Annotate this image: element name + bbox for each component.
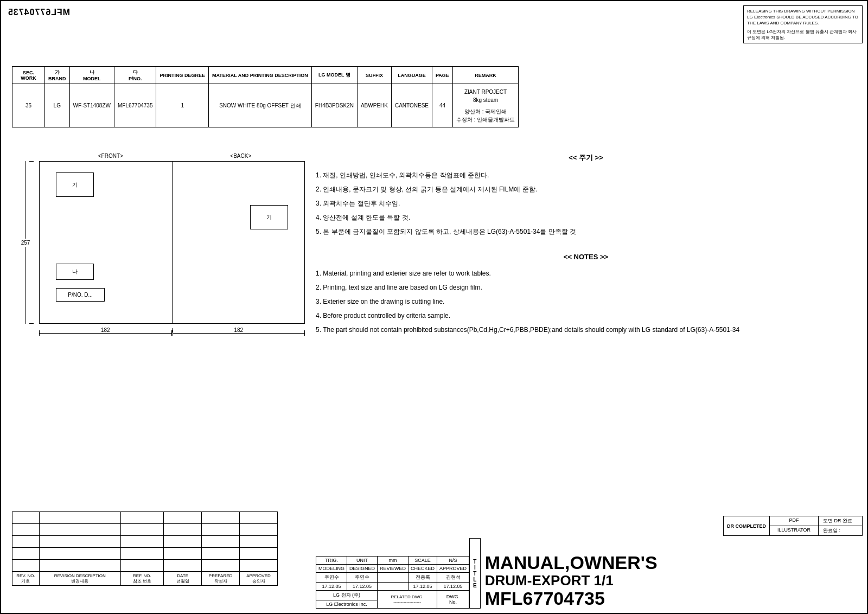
cell-sec-work: 35 (12, 84, 45, 127)
cell-lg-model: FH4B3PDSK2N (311, 84, 357, 127)
korean-note-2: 2. 인쇄내용, 문자크기 및 형상, 선의 굵기 등은 설계에서 제시된 FI… (316, 184, 856, 194)
illustrator-value: 완료일 : (819, 526, 862, 535)
cell-suffix: ABWPEHK (357, 84, 391, 127)
bottom-right-block: DR COMPLETED PDF 도면 DR 완료 ILLUSTRATOR 완료… (316, 516, 863, 609)
korean-notes-title: << 주기 >> (316, 153, 856, 163)
row2-designed: 17.12.05 (347, 583, 378, 591)
header-model: 나MODEL (69, 67, 114, 84)
header-suffix: SUFFIX (357, 67, 391, 84)
notice-box: RELEASING THIS DRAWING WITHOUT PERMISSIO… (743, 5, 863, 43)
top-left-mirrored-text: MFL67704735 (8, 8, 70, 17)
info-table-container: TRIG. UNIT mm SCALE N/S MODELING DESIGNE… (316, 556, 469, 609)
drawing-labels: <FRONT> <BACK> (44, 153, 305, 159)
header-pno: 다P/NO. (114, 67, 156, 84)
header-lg-model: LG MODEL 명 (311, 67, 357, 84)
revision-header-table: REV. NO.기호 REVISION DESCRIPTION변경내용 REF.… (12, 572, 278, 586)
illustrator-label: ILLUSTRATOR (770, 526, 819, 535)
large-title-area: MANUAL,OWNER'S DRUM-EXPORT 1/1 MFL677047… (481, 553, 863, 609)
box-ki-front: 기 (56, 172, 94, 197)
large-title-line1: MANUAL,OWNER'S (485, 553, 863, 573)
box-pno: P/NO. D... (56, 288, 105, 302)
approved-label: APPROVED (437, 565, 469, 573)
company-kr: LG 전자 (주) (316, 591, 378, 600)
korean-note-4: 4. 양산전에 설계 한도를 득할 것. (316, 213, 856, 222)
header-printing-degree: PRINTING DEGREE (156, 67, 209, 84)
cell-remark: ZIANT RPOJECT 8kg steam 양산처 : 국제인쇄 수정처 :… (452, 84, 518, 127)
header-brand: 가가 BRANDBRAND (45, 67, 70, 84)
related-dwg-label: RELATED DWG. ------------------- (378, 591, 437, 609)
drawing-box: 기 나 P/NO. D... 기 (39, 161, 305, 324)
scale-label: SCALE (409, 557, 437, 565)
drawing-front: 기 나 P/NO. D... (40, 162, 173, 323)
english-notes-list: 1. Material, printing and exterier size … (316, 268, 856, 335)
box-na: 나 (56, 264, 94, 280)
main-header-table: SEC.WORK 가가 BRANDBRAND 나MODEL 다P/NO. PRI… (12, 66, 519, 127)
english-note-2: 2. Printing, text size and line are base… (316, 283, 856, 292)
reviewed-label: REVIEWED (378, 565, 409, 573)
scale-value: N/S (437, 557, 469, 565)
cell-model: WF-ST1408ZW (69, 84, 114, 127)
english-note-5: 5. The part should not contain prohibite… (316, 325, 856, 335)
designed-label: DESIGNED (347, 565, 378, 573)
main-page: MFL67704735 RELEASING THIS DRAWING WITHO… (0, 0, 868, 614)
front-label: <FRONT> (98, 153, 123, 159)
dim-257-area: 257 (12, 161, 39, 324)
dr-completed-area: DR COMPLETED PDF 도면 DR 완료 ILLUSTRATOR 완료… (723, 516, 863, 536)
large-title-line2: DRUM-EXPORT 1/1 (485, 573, 863, 589)
back-label: <BACK> (230, 153, 251, 159)
english-notes-title: << NOTES >> (316, 253, 856, 261)
header-language: LANGUAGE (391, 67, 432, 84)
notice-kr: 이 도면은 LG전자의 자산으로 불법 유출시 관계법과 회사규정에 의해 처벌… (747, 29, 859, 41)
company-en: LG Electronics Inc. (316, 600, 378, 609)
modeling-label: MODELING (316, 565, 347, 573)
row1-designed: 주연수 (347, 573, 378, 583)
pdf-value: 도면 DR 완료 (819, 516, 862, 526)
box-ki-back: 기 (250, 205, 288, 229)
dwg-no-area: DWG. No. (437, 591, 469, 609)
header-remark: REMARK (452, 67, 518, 84)
drawing-back: 기 (173, 162, 305, 323)
cell-material-desc: SNOW WHITE 80g OFFSET 인쇄 (208, 84, 311, 127)
cell-language: CANTONESE (391, 84, 432, 127)
dim-257-label: 257 (21, 239, 30, 247)
row2-approved: 17.12.05 (437, 583, 469, 591)
drawing-area: <FRONT> <BACK> 257 기 나 (12, 153, 305, 334)
notes-section: << 주기 >> 1. 재질, 인쇄방법, 인쇄도수, 외곽치수등은 작업표에 … (316, 153, 856, 339)
dim-182-left: 182 (101, 327, 110, 333)
cell-printing-degree: 1 (156, 84, 209, 127)
info-and-title-block: TRIG. UNIT mm SCALE N/S MODELING DESIGNE… (316, 538, 863, 609)
dr-completed-values: PDF 도면 DR 완료 ILLUSTRATOR 완료일 : (769, 516, 863, 536)
large-title-line3: MFL67704735 (485, 589, 863, 609)
trig-label: TRIG. (316, 557, 347, 565)
cell-page: 44 (432, 84, 453, 127)
unit-value: mm (378, 557, 409, 565)
cell-brand: LG (45, 84, 70, 127)
korean-note-3: 3. 외곽치수는 절단후 치수임. (316, 199, 856, 208)
notice-en: RELEASING THIS DRAWING WITHOUT PERMISSIO… (747, 8, 859, 27)
title-vertical: T I T L E (469, 538, 481, 609)
row1-approved: 김현석 (437, 573, 469, 583)
dim-182-right: 182 (234, 327, 243, 333)
dim-182-left-area: 182 (39, 327, 172, 334)
row2-modeling: 17.12.05 (316, 583, 347, 591)
empty-rows-table (12, 511, 278, 572)
english-note-1: 1. Material, printing and exterier size … (316, 268, 856, 278)
english-note-4: 4. Before product controlled by criteria… (316, 311, 856, 321)
english-note-3: 3. Exterier size on the drawing is cutti… (316, 297, 856, 306)
korean-notes-list: 1. 재질, 인쇄방법, 인쇄도수, 외곽치수등은 작업표에 준한다. 2. 인… (316, 170, 856, 236)
row1-modeling: 주연수 (316, 573, 347, 583)
horiz-dim-area: 182 182 (39, 327, 305, 334)
checked-label: CHECKED (409, 565, 437, 573)
cell-pno: MFL67704735 (114, 84, 156, 127)
dim-182-right-area: 182 (173, 327, 305, 334)
dr-completed-label: DR COMPLETED (723, 516, 769, 536)
korean-note-1: 1. 재질, 인쇄방법, 인쇄도수, 외곽치수등은 작업표에 준한다. (316, 170, 856, 180)
row1-checked: 전종룩 (409, 573, 437, 583)
pdf-label: PDF (770, 516, 819, 526)
unit-label: UNIT (347, 557, 378, 565)
korean-note-5: 5. 본 부품에 금지물질이 포함되지 않도록 하고, 상세내용은 LG(63)… (316, 227, 856, 236)
header-page: PAGE (432, 67, 453, 84)
header-sec-work: SEC.WORK (12, 67, 45, 84)
header-material-desc: MATERIAL AND PRINTING DESCRIPTION (208, 67, 311, 84)
row2-checked: 17.12.05 (409, 583, 437, 591)
